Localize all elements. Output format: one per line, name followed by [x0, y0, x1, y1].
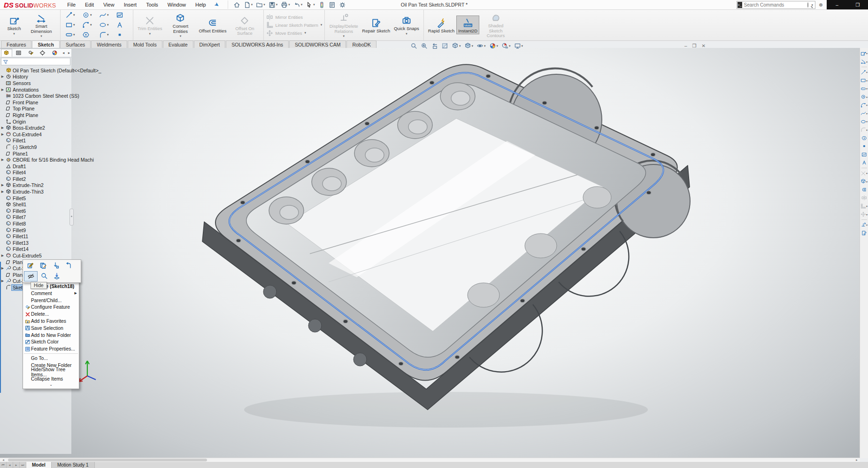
study-nav-2[interactable]: ▸: [13, 462, 20, 468]
dropdown-arrow-icon[interactable]: ▾: [276, 3, 278, 7]
ribbon-button-smart-dimension[interactable]: Smart Dimension▾: [25, 11, 58, 39]
ribbon-button-repair-sketch[interactable]: Repair Sketch: [360, 16, 392, 34]
dropdown-arrow-icon[interactable]: ▾: [472, 44, 474, 48]
expand-arrow-icon[interactable]: ▶: [0, 190, 5, 194]
dropdown-arrow-icon[interactable]: ▾: [459, 44, 461, 48]
search-commands-box[interactable]: >_ ▾: [737, 1, 815, 9]
scroll-left-arrow[interactable]: ◂: [0, 458, 7, 462]
tree-item-fillet1[interactable]: Fillet1: [0, 138, 71, 144]
expand-arrow-icon[interactable]: ▶: [0, 75, 5, 78]
display-relations-icon[interactable]: ▾: [860, 221, 868, 229]
expand-arrow-icon[interactable]: ▶: [0, 126, 5, 130]
menu-tools[interactable]: Tools: [141, 0, 163, 9]
point-icon[interactable]: [860, 142, 868, 151]
dropdown-arrow-icon[interactable]: ▾: [90, 23, 92, 27]
dropdown-arrow-icon[interactable]: ▾: [107, 33, 109, 37]
motion-study-tab[interactable]: Motion Study 1: [52, 462, 95, 468]
dropdown-arrow-icon[interactable]: ▾: [40, 34, 42, 38]
dropdown-arrow-icon[interactable]: ▾: [180, 34, 182, 38]
dropdown-arrow-icon[interactable]: ▾: [866, 128, 868, 132]
menu-item-save-selection[interactable]: Save Selection: [23, 325, 79, 332]
zoom-to-area-icon[interactable]: [421, 42, 428, 49]
tree-item-origin[interactable]: Origin: [0, 118, 71, 125]
point-tool[interactable]: [114, 31, 131, 39]
expand-arrow-icon[interactable]: ▶: [0, 158, 5, 162]
dropdown-arrow-icon[interactable]: ▾: [866, 52, 868, 55]
insert-into-history-icon[interactable]: [49, 261, 62, 270]
menu-item-go-to-[interactable]: Go To...: [23, 355, 79, 362]
circle-tool[interactable]: ▾: [80, 11, 97, 19]
fillet-tool[interactable]: ▾: [97, 31, 114, 39]
pin-icon[interactable]: ➤: [213, 0, 220, 8]
dropdown-arrow-icon[interactable]: ▾: [866, 103, 868, 107]
sketch-icon[interactable]: ▾: [860, 49, 868, 58]
tab-solidworks-add-ins[interactable]: SOLIDWORKS Add-Ins: [226, 40, 289, 48]
dropdown-arrow-icon[interactable]: ▾: [522, 44, 523, 48]
line-tool[interactable]: ▾: [63, 11, 80, 19]
dropdown-arrow-icon[interactable]: ▾: [304, 31, 306, 35]
ribbon-button-convert-entities[interactable]: Convert Entities▾: [164, 11, 197, 39]
dimxpertmanager-tab[interactable]: [37, 49, 48, 57]
view-orientation-icon[interactable]: ▾: [452, 42, 461, 49]
tree-item-fillet14[interactable]: Fillet14: [0, 246, 71, 253]
propertymanager-tab[interactable]: [13, 49, 24, 57]
tree-item-boss-extrude2[interactable]: ▶Boss-Extrude2: [0, 125, 71, 131]
tree-item-fillet8[interactable]: Fillet8: [0, 220, 71, 227]
dropdown-arrow-icon[interactable]: ▾: [263, 3, 265, 7]
tree-item-plane1[interactable]: Plane1: [0, 150, 71, 157]
study-nav-0[interactable]: ⏮: [0, 462, 7, 468]
tree-root-item[interactable]: Oil Pan Test Sketch (Default<<Default>_: [0, 67, 71, 74]
tab-robodk[interactable]: RoboDK: [346, 40, 376, 48]
restore-button[interactable]: ❐: [852, 2, 864, 8]
tree-item-fillet5[interactable]: Fillet5: [0, 195, 71, 202]
dropdown-arrow-icon[interactable]: ▾: [866, 95, 868, 99]
undo-icon[interactable]: ▾: [292, 0, 304, 9]
save-icon[interactable]: ▾: [267, 0, 279, 9]
expand-arrow-icon[interactable]: ▶: [0, 254, 5, 257]
dropdown-arrow-icon[interactable]: ▾: [313, 3, 315, 7]
dropdown-arrow-icon[interactable]: ▾: [866, 180, 868, 183]
arc-icon[interactable]: ▾: [860, 101, 868, 109]
sketch-picture-tool[interactable]: [114, 11, 131, 19]
displaymanager-tab[interactable]: [49, 49, 61, 57]
tree-item-cut-extrude4[interactable]: ▶Cut-Extrude4: [0, 131, 71, 138]
dropdown-arrow-icon[interactable]: ▾: [288, 3, 290, 7]
tree-item-fillet7[interactable]: Fillet7: [0, 214, 71, 221]
slot-tool[interactable]: ▾: [63, 31, 80, 39]
tree-item-fillet2[interactable]: Fillet2: [0, 176, 71, 182]
dropdown-arrow-icon[interactable]: ▾: [866, 120, 868, 123]
text-tool[interactable]: [114, 21, 131, 29]
panel-tab-scroll-left-icon[interactable]: ◂: [61, 51, 66, 55]
menu-item-configure-feature[interactable]: Configure Feature: [23, 304, 79, 311]
display-style-icon[interactable]: ▾: [464, 42, 474, 49]
edit-sketch-plane-icon[interactable]: [37, 261, 49, 270]
tree-item-annotations[interactable]: ▶Annotations: [0, 86, 71, 93]
tree-item-top-plane[interactable]: Top Plane: [0, 106, 71, 112]
tab-weldments[interactable]: Weldments: [91, 40, 127, 48]
panel-tab-scroll-right-icon[interactable]: ▸: [67, 51, 71, 55]
dropdown-arrow-icon[interactable]: ▾: [866, 223, 868, 226]
ribbon-button-rapid-sketch[interactable]: Rapid Sketch: [426, 16, 457, 34]
menu-item-add-to-favorites[interactable]: Add to Favorites: [23, 318, 79, 325]
sketch-picture-icon[interactable]: [860, 150, 868, 159]
tree-item-history[interactable]: ▶History: [0, 74, 71, 80]
graphics-viewport[interactable]: [0, 48, 860, 458]
slot-icon[interactable]: ▾: [860, 85, 868, 93]
dropdown-arrow-icon[interactable]: ▾: [866, 204, 868, 208]
tree-item-fillet6[interactable]: Fillet6: [0, 208, 71, 214]
dropdown-arrow-icon[interactable]: ▾: [484, 44, 486, 48]
menu-item-collapse-items[interactable]: Collapse Items: [23, 376, 79, 383]
spline-icon[interactable]: ▾: [860, 109, 868, 118]
tab-solidworks-cam[interactable]: SOLIDWORKS CAM: [289, 40, 346, 48]
options-icon[interactable]: [338, 0, 347, 9]
scrollbar-thumb[interactable]: [8, 459, 207, 461]
dropdown-arrow-icon[interactable]: ▾: [343, 34, 345, 38]
view-settings-icon[interactable]: ▾: [514, 42, 523, 49]
text-icon[interactable]: [860, 159, 868, 167]
doc-minimize-icon[interactable]: –: [684, 43, 687, 48]
tab-dimxpert[interactable]: DimXpert: [194, 40, 226, 48]
dropdown-arrow-icon[interactable]: ▾: [107, 23, 109, 27]
convert-icon[interactable]: ▾: [860, 178, 868, 186]
menu-item-comment[interactable]: Comment▶: [23, 290, 79, 297]
open-icon[interactable]: ▾: [254, 0, 267, 9]
